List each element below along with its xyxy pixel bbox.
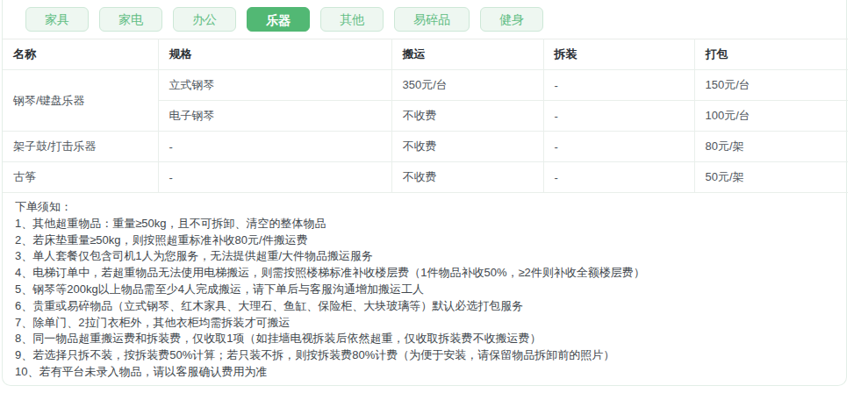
note-item-7: 7、除单门、2拉门衣柜外，其他衣柜均需拆装才可搬运 [15, 315, 834, 332]
note-item-8: 8、同一物品超重搬运费和拆装费，仅收取1项（如挂墙电视拆装后依然超重，仅收取拆装… [15, 331, 834, 347]
column-header-name: 名称 [3, 39, 158, 70]
cell-disassembly: - [543, 132, 694, 162]
notes-title: 下单须知： [15, 199, 834, 216]
pricing-table: 名称 规格 搬运 拆装 打包 钢琴/键盘乐器 立式钢琴 350元/台 - 150… [3, 39, 848, 193]
cell-carry: 不收费 [391, 132, 543, 162]
cell-pack: 100元/台 [694, 101, 848, 132]
tab-office[interactable]: 办公 [173, 7, 236, 32]
pricing-panel: 家具 家电 办公 乐器 其他 易碎品 健身 名称 规格 搬运 拆装 打包 钢琴/… [2, 0, 847, 386]
table-row: 古筝 - 不收费 - 50元/架 [3, 162, 848, 193]
note-item-10: 10、若有平台未录入物品，请以客服确认费用为准 [15, 364, 834, 381]
order-notes: 下单须知： 1、其他超重物品：重量≥50kg，且不可拆卸、清空的整体物品 2、若… [3, 193, 846, 381]
table-row: 架子鼓/打击乐器 - 不收费 - 80元/架 [3, 132, 848, 162]
cell-disassembly: - [543, 101, 694, 132]
cell-item-name: 古筝 [3, 162, 158, 193]
tab-appliance[interactable]: 家电 [99, 7, 162, 32]
column-header-carry: 搬运 [391, 39, 543, 70]
cell-spec: - [158, 132, 391, 162]
column-header-pack: 打包 [694, 39, 848, 70]
tab-other[interactable]: 其他 [320, 7, 384, 32]
tab-instrument[interactable]: 乐器 [247, 7, 310, 32]
cell-disassembly: - [543, 162, 694, 193]
note-item-6: 6、贵重或易碎物品（立式钢琴、红木家具、大理石、鱼缸、保险柜、大块玻璃等）默认必… [15, 298, 834, 315]
tab-fitness[interactable]: 健身 [480, 7, 543, 32]
note-item-2: 2、若床垫重量≥50kg，则按照超重标准补收80元/件搬运费 [15, 232, 834, 249]
table-row: 钢琴/键盘乐器 立式钢琴 350元/台 - 150元/台 [3, 70, 848, 101]
note-item-9: 9、若选择只拆不装，按拆装费50%计算；若只装不拆，则按拆装费80%计费（为便于… [15, 347, 834, 364]
cell-pack: 80元/架 [694, 132, 848, 162]
tab-furniture[interactable]: 家具 [25, 7, 89, 32]
cell-carry: 不收费 [391, 162, 543, 193]
cell-spec: - [158, 162, 391, 193]
table-header-row: 名称 规格 搬运 拆装 打包 [3, 39, 848, 70]
cell-item-name: 架子鼓/打击乐器 [3, 132, 158, 162]
cell-disassembly: - [543, 70, 694, 101]
note-item-3: 3、单人套餐仅包含司机1人为您服务，无法提供超重/大件物品搬运服务 [15, 248, 834, 265]
cell-spec: 电子钢琴 [158, 101, 391, 132]
note-item-5: 5、钢琴等200kg以上物品需至少4人完成搬运，请下单后与客服沟通增加搬运工人 [15, 282, 834, 298]
category-tabs: 家具 家电 办公 乐器 其他 易碎品 健身 [3, 0, 846, 39]
tab-fragile[interactable]: 易碎品 [394, 7, 470, 32]
cell-carry: 350元/台 [391, 70, 543, 101]
cell-pack: 150元/台 [694, 70, 848, 101]
note-item-4: 4、电梯订单中，若超重物品无法使用电梯搬运，则需按照楼梯标准补收楼层费（1件物品… [15, 265, 834, 282]
column-header-spec: 规格 [158, 39, 391, 70]
column-header-disassembly: 拆装 [543, 39, 694, 70]
note-item-1: 1、其他超重物品：重量≥50kg，且不可拆卸、清空的整体物品 [15, 216, 834, 232]
cell-spec: 立式钢琴 [158, 70, 391, 101]
cell-carry: 不收费 [391, 101, 543, 132]
cell-item-name: 钢琴/键盘乐器 [3, 70, 158, 132]
cell-pack: 50元/架 [694, 162, 848, 193]
